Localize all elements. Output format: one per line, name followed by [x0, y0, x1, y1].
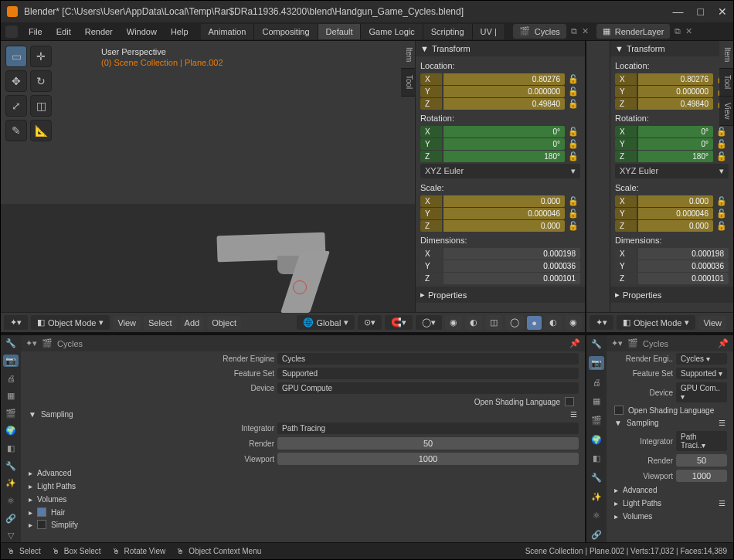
proportional-select[interactable]: ◯▾: [416, 315, 442, 330]
menu-render[interactable]: Render: [79, 25, 119, 39]
mode-select[interactable]: ◧ Object Mode ▾: [31, 315, 110, 330]
tab-uv[interactable]: UV |: [473, 24, 505, 39]
prop-physics-icon-r[interactable]: ⚛: [589, 509, 604, 524]
osl-checkbox[interactable]: [565, 397, 574, 406]
scene-selector[interactable]: 🎬 Cycles: [513, 24, 566, 39]
menu-window[interactable]: Window: [121, 25, 163, 39]
maximize-button[interactable]: □: [698, 5, 704, 18]
tool-scale[interactable]: ⤢: [5, 95, 27, 117]
prop-viewlayer-icon-r[interactable]: ▦: [589, 394, 604, 409]
rot-y[interactable]: 0°: [443, 138, 565, 150]
dim-x[interactable]: 0.000198: [443, 248, 580, 260]
prop-tool-icon-r[interactable]: 🔧: [589, 337, 604, 351]
feature-set-select[interactable]: Supported: [277, 368, 579, 379]
tool-select-box[interactable]: ▭: [5, 46, 27, 67]
lock-icon[interactable]: 🔓: [566, 127, 580, 137]
render-engine-select[interactable]: Cycles: [277, 353, 579, 365]
snap-select[interactable]: 🧲▾: [385, 315, 413, 330]
ntab-item-r[interactable]: Item: [719, 41, 733, 69]
prop-physics-icon[interactable]: ⚛: [3, 494, 19, 507]
layer-close-icon[interactable]: ✕: [685, 26, 692, 36]
viewport-samples[interactable]: 1000: [277, 453, 579, 465]
prop-constraint-icon-r[interactable]: 🔗: [589, 528, 604, 542]
prop-world-icon[interactable]: 🌍: [3, 424, 19, 437]
shading-wire[interactable]: ◯: [505, 315, 524, 330]
scale-y[interactable]: 0.000046: [443, 208, 565, 219]
close-button[interactable]: ✕: [718, 5, 727, 18]
loc-z[interactable]: 0.49840: [443, 98, 565, 110]
tool-rotate[interactable]: ↻: [30, 70, 52, 92]
prop-scene-icon-r[interactable]: 🎬: [589, 413, 604, 428]
volumes-section[interactable]: ▸Volumes: [21, 493, 585, 506]
lock-icon[interactable]: 🔓: [566, 87, 580, 97]
lock-icon[interactable]: 🔓: [566, 151, 580, 161]
prop-constraint-icon[interactable]: 🔗: [3, 512, 19, 525]
scale-x[interactable]: 0.000: [443, 195, 565, 207]
tab-default[interactable]: Default: [318, 24, 362, 39]
rot-z[interactable]: 180°: [443, 151, 565, 162]
advanced-section[interactable]: ▸Advanced: [21, 467, 585, 480]
pin-icon[interactable]: 📌: [569, 338, 580, 348]
prop-world-icon-r[interactable]: 🌍: [589, 433, 604, 447]
tab-game-logic[interactable]: Game Logic: [361, 24, 423, 39]
prop-editor-icon[interactable]: ✦▾: [25, 338, 37, 348]
prop-data-icon[interactable]: ▽: [3, 529, 19, 542]
rotation-mode-select[interactable]: XYZ Euler▾: [420, 164, 580, 178]
ntab-item[interactable]: Item: [401, 41, 415, 69]
layer-copy-icon[interactable]: ⧉: [675, 26, 681, 36]
scene-close-icon[interactable]: ✕: [582, 26, 589, 36]
app-icon[interactable]: [5, 25, 18, 38]
properties-heading[interactable]: Properties: [428, 290, 467, 300]
light-paths-section[interactable]: ▸Light Paths: [21, 480, 585, 493]
lock-icon[interactable]: 🔓: [566, 209, 580, 219]
prop-viewlayer-icon[interactable]: ▦: [3, 389, 19, 402]
prop-modifier-icon-r[interactable]: 🔧: [589, 470, 604, 485]
menu-file[interactable]: File: [22, 25, 49, 39]
dim-y[interactable]: 0.000036: [443, 260, 580, 272]
shading-solid[interactable]: ●: [527, 316, 542, 330]
menu-help[interactable]: Help: [165, 25, 195, 39]
tool-move[interactable]: ✥: [5, 70, 27, 92]
lock-icon[interactable]: 🔓: [566, 221, 580, 231]
prop-output-icon-r[interactable]: 🖨: [589, 375, 604, 389]
tool-annotate[interactable]: ✎: [5, 120, 27, 141]
rot-x[interactable]: 0°: [443, 126, 565, 137]
renderlayer-selector[interactable]: ▦ RenderLayer: [596, 24, 671, 39]
menu-object[interactable]: Object: [207, 316, 241, 330]
prop-object-icon[interactable]: ◧: [3, 442, 19, 455]
overlay-toggle[interactable]: ◐: [465, 315, 482, 330]
scale-z[interactable]: 0.000: [443, 220, 565, 232]
lock-icon[interactable]: 🔓: [566, 139, 580, 149]
menu-edit[interactable]: Edit: [50, 25, 77, 39]
dim-z[interactable]: 0.000101: [443, 273, 580, 284]
hair-checkbox[interactable]: [37, 507, 46, 517]
shading-render[interactable]: ◉: [565, 315, 582, 330]
prop-render-icon-r[interactable]: 📷: [589, 356, 604, 371]
simplify-checkbox[interactable]: [37, 520, 46, 529]
tab-scripting[interactable]: Scripting: [423, 24, 473, 39]
menu-view[interactable]: View: [113, 316, 141, 330]
ntab-tool-r[interactable]: Tool: [719, 69, 733, 96]
prop-modifier-icon[interactable]: 🔧: [3, 460, 19, 473]
lock-icon[interactable]: 🔓: [566, 196, 580, 206]
prop-scene-icon[interactable]: 🎬: [3, 407, 19, 420]
render-samples[interactable]: 50: [277, 437, 579, 450]
gizmo-toggle[interactable]: ◉: [445, 315, 462, 330]
tool-measure[interactable]: 📐: [30, 120, 52, 141]
menu-add[interactable]: Add: [180, 316, 205, 330]
shading-lookdev[interactable]: ◐: [545, 315, 562, 330]
prop-output-icon[interactable]: 🖨: [3, 372, 19, 385]
scene-copy-icon[interactable]: ⧉: [571, 26, 577, 36]
prop-particle-icon[interactable]: ✨: [3, 477, 19, 490]
tab-animation[interactable]: Animation: [201, 24, 255, 39]
tab-compositing[interactable]: Compositing: [254, 24, 318, 39]
xray-toggle[interactable]: ◫: [485, 315, 502, 330]
prop-particle-icon-r[interactable]: ✨: [589, 490, 604, 504]
sampling-section[interactable]: ▼Sampling☰: [21, 408, 585, 421]
ntab-view-r[interactable]: View: [719, 97, 733, 127]
viewport-3d[interactable]: ▭ ✛ ✥ ↻ ⤢ ◫ ✎ 📐: [1, 41, 585, 312]
device-select[interactable]: GPU Compute: [277, 382, 579, 394]
prop-render-icon[interactable]: 📷: [3, 355, 19, 368]
lock-icon[interactable]: 🔓: [566, 99, 580, 109]
integrator-select[interactable]: Path Tracing: [277, 423, 579, 434]
